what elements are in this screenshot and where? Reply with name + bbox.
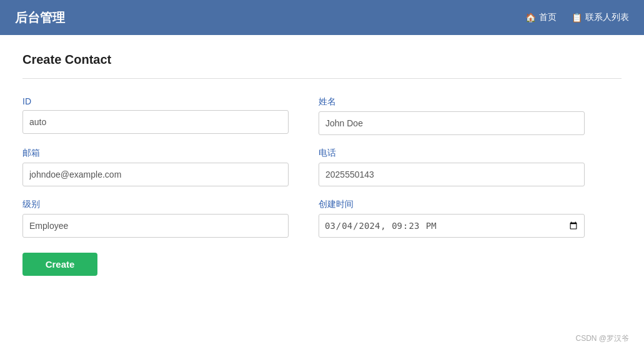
phone-group: 电话 — [319, 148, 585, 186]
id-group: ID — [22, 96, 289, 135]
create-button[interactable]: Create — [22, 253, 97, 276]
email-input[interactable] — [22, 163, 289, 186]
app-title: 后台管理 — [15, 9, 65, 26]
name-input[interactable] — [319, 111, 585, 135]
level-input[interactable] — [22, 214, 289, 238]
page-title: Create Contact — [22, 53, 622, 67]
divider — [22, 78, 622, 79]
created-input[interactable] — [319, 214, 585, 238]
nav-home[interactable]: 🏠 首页 — [525, 12, 557, 23]
home-icon: 🏠 — [525, 13, 536, 23]
created-group: 创建时间 — [319, 199, 585, 238]
name-label: 姓名 — [319, 96, 585, 108]
nav-contacts-label: 联系人列表 — [585, 12, 629, 23]
email-label: 邮箱 — [22, 148, 289, 159]
nav-home-label: 首页 — [539, 12, 557, 23]
phone-input[interactable] — [319, 163, 585, 186]
form-grid: ID 姓名 邮箱 电话 级别 — [22, 96, 585, 238]
main-content: Create Contact ID 姓名 邮箱 电话 — [0, 35, 644, 293]
header-nav: 🏠 首页 📋 联系人列表 — [525, 12, 629, 23]
phone-label: 电话 — [319, 148, 585, 159]
id-label: ID — [22, 96, 289, 106]
email-group: 邮箱 — [22, 148, 289, 186]
level-group: 级别 — [22, 199, 289, 238]
header: 后台管理 🏠 首页 📋 联系人列表 — [0, 0, 644, 35]
name-group: 姓名 — [319, 96, 585, 135]
level-label: 级别 — [22, 199, 289, 210]
create-contact-form: ID 姓名 邮箱 电话 级别 — [22, 96, 622, 276]
contacts-icon: 📋 — [572, 13, 582, 23]
nav-contacts[interactable]: 📋 联系人列表 — [572, 12, 629, 23]
created-label: 创建时间 — [319, 199, 585, 210]
id-input[interactable] — [22, 110, 289, 134]
